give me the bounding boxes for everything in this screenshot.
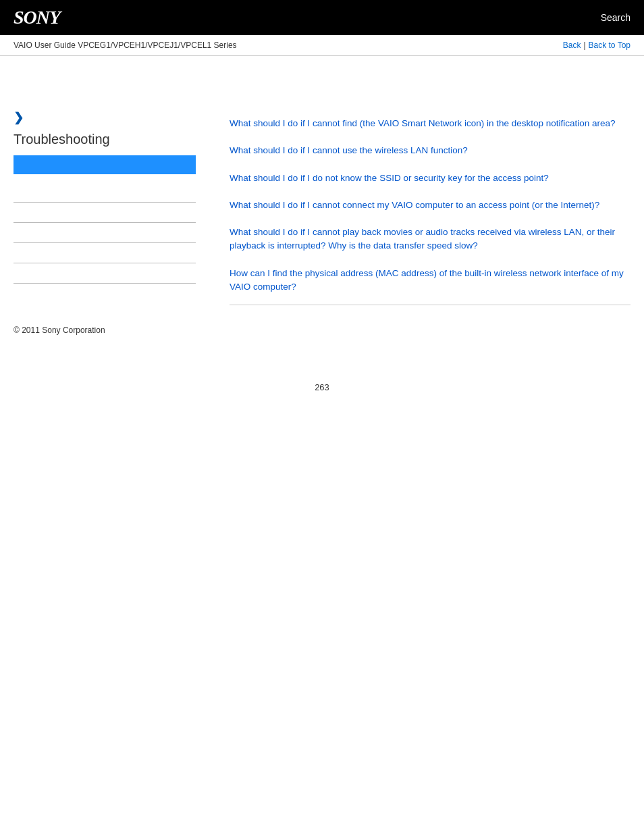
sidebar-divider-5 (14, 263, 196, 284)
sidebar-divider-3 (14, 223, 196, 243)
content-link-2[interactable]: What should I do if I cannot use the wir… (230, 144, 630, 157)
sidebar-title: Troubleshooting (14, 132, 216, 147)
header: SONY Search (0, 0, 644, 35)
sidebar-dividers (14, 182, 216, 284)
nav-separator: | (583, 41, 585, 50)
sidebar-divider-4 (14, 243, 196, 263)
sony-logo: SONY (14, 7, 60, 28)
footer: © 2011 Sony Corporation (0, 305, 644, 342)
back-to-top-link[interactable]: Back to Top (589, 41, 630, 50)
copyright-text: © 2011 Sony Corporation (14, 325, 105, 335)
list-item: What should I do if I cannot find (the V… (230, 110, 630, 137)
content-links: What should I do if I cannot find (the V… (230, 110, 630, 305)
sidebar-divider-2 (14, 203, 196, 223)
content-link-6[interactable]: How can I find the physical address (MAC… (230, 267, 630, 294)
page-number: 263 (0, 369, 644, 406)
sidebar-highlight-bar (14, 155, 196, 174)
content-link-3[interactable]: What should I do if I do not know the SS… (230, 172, 630, 185)
nav-links: Back | Back to Top (563, 41, 630, 50)
breadcrumb-title: VAIO User Guide VPCEG1/VPCEH1/VPCEJ1/VPC… (14, 41, 237, 50)
content-link-1[interactable]: What should I do if I cannot find (the V… (230, 117, 630, 130)
breadcrumb-bar: VAIO User Guide VPCEG1/VPCEH1/VPCEJ1/VPC… (0, 35, 644, 56)
list-item: What should I do if I cannot connect my … (230, 192, 630, 219)
content-link-5[interactable]: What should I do if I cannot play back m… (230, 226, 630, 253)
content-area: What should I do if I cannot find (the V… (230, 70, 630, 305)
content-link-4[interactable]: What should I do if I cannot connect my … (230, 199, 630, 212)
list-item: What should I do if I cannot play back m… (230, 219, 630, 260)
list-item: What should I do if I do not know the SS… (230, 165, 630, 192)
main-content: ❯ Troubleshooting What should I do if I … (0, 56, 644, 305)
sidebar-divider-1 (14, 182, 196, 203)
sidebar: ❯ Troubleshooting (14, 70, 216, 305)
list-item: How can I find the physical address (MAC… (230, 260, 630, 301)
list-item: What should I do if I cannot use the wir… (230, 137, 630, 164)
content-divider (230, 305, 630, 305)
back-link[interactable]: Back (563, 41, 581, 50)
chevron-icon: ❯ (14, 110, 216, 125)
search-button[interactable]: Search (601, 12, 630, 23)
